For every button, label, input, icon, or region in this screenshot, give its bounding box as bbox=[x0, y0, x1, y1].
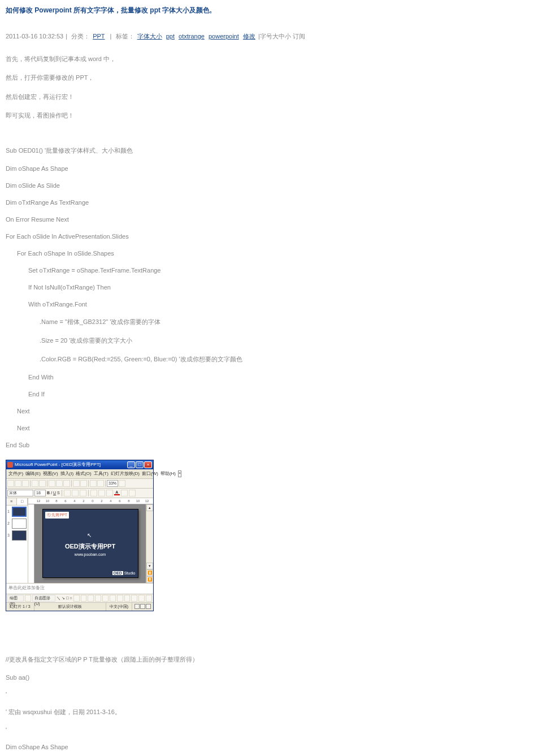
rect-tool-icon[interactable]: □ bbox=[66, 596, 68, 600]
dash-tool[interactable] bbox=[124, 595, 131, 602]
slide-title-text: OED演示专用PPT bbox=[43, 542, 138, 551]
clipart-tool[interactable] bbox=[88, 595, 94, 602]
underline-button[interactable]: U bbox=[53, 491, 56, 495]
wordart-tool[interactable] bbox=[81, 595, 87, 602]
normal-view-icon[interactable] bbox=[134, 604, 140, 609]
outline-tab[interactable]: ≡ bbox=[6, 498, 17, 505]
3d-tool[interactable] bbox=[146, 595, 152, 602]
slide-studio-text: OED Studio bbox=[112, 571, 136, 575]
close-button[interactable]: × bbox=[144, 461, 152, 468]
current-slide[interactable]: ① 先简PPT ↖ OED演示专用PPT www.pooban.com OED … bbox=[42, 509, 138, 578]
slide-thumbnail[interactable] bbox=[12, 519, 27, 529]
fontcolor-tool[interactable] bbox=[110, 595, 116, 602]
slideshow-view-icon[interactable] bbox=[146, 604, 151, 609]
align-left-button[interactable] bbox=[64, 490, 71, 496]
preview-button[interactable] bbox=[39, 480, 46, 487]
increase-font-button[interactable] bbox=[98, 490, 105, 496]
menu-insert[interactable]: 插入(I) bbox=[60, 470, 74, 477]
slide-thumbnail[interactable] bbox=[12, 530, 27, 541]
menu-bar: 文件(F) 编辑(E) 视图(V) 插入(I) 格式(O) 工具(T) 幻灯片放… bbox=[6, 469, 153, 479]
prev-slide-icon[interactable]: ⏫ bbox=[146, 569, 153, 576]
slides-tab[interactable]: □ bbox=[17, 498, 28, 505]
meta-line: 2011-03-16 10:32:53| 分类： PPT | 标签： 字体大小 … bbox=[6, 32, 528, 41]
chart-button[interactable] bbox=[97, 480, 104, 487]
tag-link[interactable]: powerpoint bbox=[209, 33, 239, 40]
powerpoint-screenshot: Microsoft PowerPoint - [OED演示专用PPT] _ □ … bbox=[6, 460, 154, 611]
draw-menu[interactable]: 绘图(R) bbox=[7, 595, 24, 602]
menu-window[interactable]: 窗口(W) bbox=[142, 470, 158, 477]
thumb-number: 2 bbox=[7, 521, 11, 525]
post-datetime: 2011-03-16 10:32:53 bbox=[6, 33, 63, 40]
scroll-up-icon[interactable]: ▴ bbox=[146, 504, 153, 511]
minimize-button[interactable]: _ bbox=[127, 461, 135, 468]
select-tool[interactable] bbox=[25, 595, 31, 602]
align-center-button[interactable] bbox=[72, 490, 79, 496]
italic-button[interactable]: I bbox=[51, 491, 52, 495]
outline-pane: ≡ □ 1 2 3 bbox=[6, 498, 28, 583]
menu-slideshow[interactable]: 幻灯片放映(D) bbox=[111, 470, 140, 477]
cut-button[interactable] bbox=[49, 480, 55, 487]
undo-button[interactable] bbox=[73, 480, 80, 487]
code-line: Sub aa() bbox=[6, 674, 528, 681]
help-button[interactable] bbox=[119, 480, 125, 487]
menu-file[interactable]: 文件(F) bbox=[8, 470, 23, 477]
vertical-scrollbar[interactable]: ▴ ▾ ⏫ ⏬ bbox=[146, 504, 153, 583]
bullets-button[interactable] bbox=[90, 490, 97, 496]
redo-button[interactable] bbox=[80, 480, 87, 487]
slide-thumbnail[interactable] bbox=[12, 507, 27, 517]
tag-link[interactable]: ppt bbox=[166, 33, 175, 40]
tag-link[interactable]: otxtrange bbox=[179, 33, 205, 40]
code-line: .Name = "楷体_GB2312" '改成你需要的字体 bbox=[6, 318, 528, 326]
autoshapes-menu[interactable]: 自选图形(U) bbox=[32, 595, 55, 602]
align-right-button[interactable] bbox=[80, 490, 86, 496]
maximize-button[interactable]: □ bbox=[136, 461, 144, 468]
design-button[interactable] bbox=[121, 490, 128, 496]
menu-help[interactable]: 帮助(H) bbox=[160, 470, 176, 477]
table-button[interactable] bbox=[90, 480, 97, 487]
tag-link[interactable]: 修改 bbox=[243, 33, 255, 40]
open-button[interactable] bbox=[15, 480, 21, 487]
intro-para: 首先，将代码复制到记事本或 word 中， bbox=[6, 55, 528, 63]
shadow-button[interactable]: S bbox=[57, 491, 60, 495]
copy-button[interactable] bbox=[56, 480, 63, 487]
mdi-close-icon[interactable]: × bbox=[178, 470, 181, 477]
tag-link[interactable]: 字体大小 bbox=[137, 33, 162, 40]
scroll-down-icon[interactable]: ▾ bbox=[146, 563, 153, 569]
next-slide-icon[interactable]: ⏬ bbox=[146, 576, 153, 583]
category-link[interactable]: PPT bbox=[93, 33, 105, 40]
fillcolor-tool[interactable] bbox=[95, 595, 101, 602]
menu-view[interactable]: 视图(V) bbox=[43, 470, 58, 477]
save-button[interactable] bbox=[22, 480, 29, 487]
sorter-view-icon[interactable] bbox=[140, 604, 145, 609]
font-name-select[interactable]: 宋体 bbox=[7, 490, 33, 496]
menu-tools[interactable]: 工具(T) bbox=[94, 470, 108, 477]
newslide-button[interactable] bbox=[129, 490, 136, 496]
font-size-select[interactable]: 18 bbox=[34, 490, 46, 496]
slide-logo: ① 先简PPT bbox=[45, 512, 70, 519]
shadow-tool[interactable] bbox=[138, 595, 145, 602]
new-button[interactable] bbox=[7, 480, 14, 487]
zoom-select[interactable]: 33% bbox=[107, 480, 118, 487]
code-line: Next bbox=[6, 425, 528, 431]
notes-pane[interactable]: 单击此处添加备注 bbox=[6, 583, 153, 594]
textbox-tool[interactable] bbox=[73, 595, 80, 602]
arrow-tool-icon[interactable]: ↘ bbox=[62, 596, 65, 601]
decrease-font-button[interactable] bbox=[106, 490, 113, 496]
paste-button[interactable] bbox=[63, 480, 70, 487]
lineweight-tool[interactable] bbox=[117, 595, 123, 602]
line-tool-icon[interactable]: ＼ bbox=[57, 595, 60, 601]
arrow-style-tool[interactable] bbox=[131, 595, 137, 602]
print-button[interactable] bbox=[32, 480, 38, 487]
status-language: 中文(中国) bbox=[106, 603, 132, 611]
code-line: Dim oTxtRange As TextRange bbox=[6, 199, 528, 206]
linecolor-tool[interactable] bbox=[102, 595, 108, 602]
oval-tool-icon[interactable]: ○ bbox=[70, 596, 72, 600]
bold-button[interactable]: B bbox=[47, 491, 50, 495]
code-line: Sub OED01() '批量修改字体样式、大小和颜色 bbox=[6, 146, 528, 155]
menu-edit[interactable]: 编辑(E) bbox=[25, 470, 41, 477]
menu-format[interactable]: 格式(O) bbox=[76, 470, 92, 477]
section-comment: //更改具备指定文字区域的P P T批量修改（跟随上面的例子整理所得） bbox=[6, 655, 528, 664]
status-bar: 幻灯片 1 / 3 默认设计模板 中文(中国) bbox=[6, 602, 153, 611]
status-template: 默认设计模板 bbox=[34, 603, 107, 611]
font-color-button[interactable]: A bbox=[114, 490, 120, 495]
